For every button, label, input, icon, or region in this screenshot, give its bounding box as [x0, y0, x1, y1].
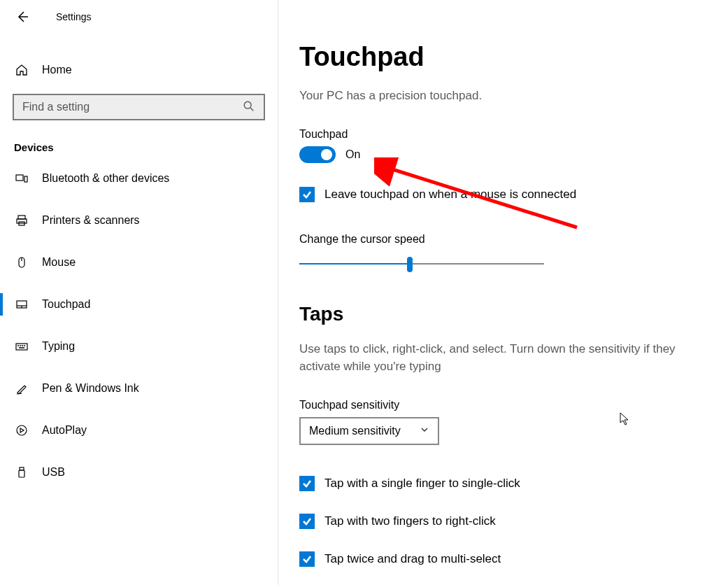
taps-section-title: Taps	[299, 303, 728, 325]
nav-list: Bluetooth & other devices Printers & sca…	[0, 162, 278, 489]
leave-touchpad-on-checkbox[interactable]	[299, 187, 315, 202]
printer-icon	[14, 213, 29, 228]
sidebar-item-touchpad[interactable]: Touchpad	[0, 288, 278, 321]
sensitivity-dropdown[interactable]: Medium sensitivity	[299, 417, 439, 445]
svg-rect-11	[16, 344, 27, 350]
slider-fill	[299, 263, 410, 265]
sidebar-item-printers[interactable]: Printers & scanners	[0, 204, 278, 237]
cursor-speed-slider[interactable]	[299, 257, 544, 271]
tap-two-fingers-checkbox[interactable]	[299, 514, 315, 529]
sidebar-item-label: Printers & scanners	[42, 214, 140, 227]
sensitivity-label: Touchpad sensitivity	[299, 399, 728, 411]
leave-touchpad-on-label: Leave touchpad on when a mouse is connec…	[324, 188, 576, 202]
sidebar-item-typing[interactable]: Typing	[0, 330, 278, 363]
touchpad-toggle-label: Touchpad	[299, 128, 728, 141]
pen-icon	[14, 381, 29, 396]
check-icon	[301, 516, 313, 527]
search-icon	[243, 100, 257, 114]
sidebar-item-home[interactable]: Home	[0, 53, 278, 87]
check-icon	[301, 478, 313, 489]
home-icon	[14, 62, 29, 78]
mouse-icon	[14, 255, 29, 270]
touchpad-icon	[14, 297, 29, 312]
svg-point-0	[244, 101, 251, 108]
sidebar-item-label: AutoPlay	[42, 424, 87, 437]
toggle-state-label: On	[345, 148, 360, 161]
slider-thumb[interactable]	[407, 257, 413, 272]
tap-drag-label: Tap twice and drag to multi-select	[324, 552, 501, 566]
sidebar-item-mouse[interactable]: Mouse	[0, 246, 278, 279]
autoplay-icon	[14, 423, 29, 438]
svg-rect-4	[17, 219, 27, 223]
sidebar-item-label: Bluetooth & other devices	[42, 172, 169, 185]
check-icon	[301, 189, 313, 200]
usb-icon	[14, 465, 29, 480]
page-subtitle: Your PC has a precision touchpad.	[299, 89, 728, 103]
tap-single-finger-label: Tap with a single finger to single-click	[324, 477, 520, 491]
sidebar: Settings Home Devices Bluetooth & other …	[0, 0, 278, 585]
section-heading: Devices	[14, 141, 278, 153]
touchpad-toggle[interactable]	[299, 146, 336, 163]
svg-rect-2	[24, 176, 27, 182]
check-icon	[301, 554, 313, 565]
sidebar-item-label: Typing	[42, 340, 75, 353]
sidebar-item-label: USB	[42, 466, 65, 479]
cursor-speed-label: Change the cursor speed	[299, 233, 728, 246]
tap-two-fingers-label: Tap with two fingers to right-click	[324, 514, 496, 528]
sidebar-item-label: Mouse	[42, 256, 76, 269]
svg-rect-1	[16, 175, 23, 181]
toggle-knob	[321, 149, 332, 160]
sidebar-item-label: Touchpad	[42, 298, 90, 311]
svg-rect-19	[19, 470, 24, 477]
svg-point-17	[17, 425, 27, 435]
sidebar-item-usb[interactable]: USB	[0, 456, 278, 489]
sidebar-item-autoplay[interactable]: AutoPlay	[0, 414, 278, 447]
page-title: Touchpad	[299, 42, 728, 72]
sensitivity-value: Medium sensitivity	[309, 425, 401, 437]
home-label: Home	[42, 64, 72, 76]
keyboard-icon	[14, 339, 29, 354]
sidebar-item-label: Pen & Windows Ink	[42, 382, 139, 395]
back-arrow-icon	[15, 10, 29, 24]
search-box[interactable]	[13, 94, 265, 120]
tap-single-finger-checkbox[interactable]	[299, 476, 315, 491]
search-input[interactable]	[21, 100, 243, 114]
svg-rect-3	[18, 216, 25, 219]
back-button[interactable]	[14, 8, 31, 25]
devices-icon	[14, 171, 29, 186]
chevron-down-icon	[420, 425, 429, 437]
tap-drag-checkbox[interactable]	[299, 551, 315, 567]
taps-section-desc: Use taps to click, right-click, and sele…	[299, 341, 691, 375]
main-content: Touchpad Your PC has a precision touchpa…	[299, 0, 728, 585]
sidebar-item-bluetooth[interactable]: Bluetooth & other devices	[0, 162, 278, 195]
cursor-pointer-icon	[620, 412, 631, 426]
sidebar-item-pen[interactable]: Pen & Windows Ink	[0, 372, 278, 405]
app-title: Settings	[56, 11, 92, 22]
